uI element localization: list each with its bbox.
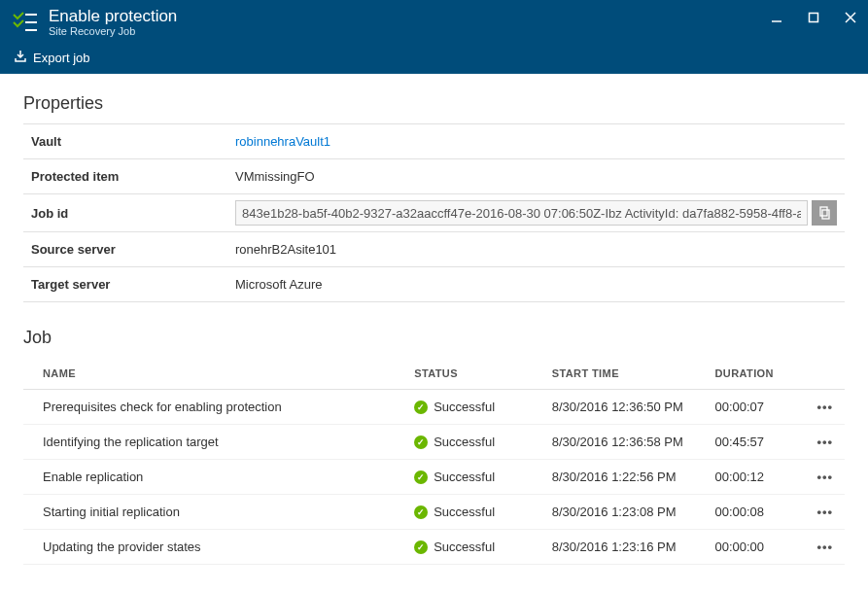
job-step-duration: 00:00:08: [707, 495, 805, 530]
property-label: Source server: [23, 234, 227, 264]
properties-table: Vault robinnehraVault1 Protected item VM…: [23, 123, 845, 302]
job-step-name: Prerequisites check for enabling protect…: [23, 390, 406, 425]
copy-job-id-button[interactable]: [812, 200, 837, 226]
table-row[interactable]: Prerequisites check for enabling protect…: [23, 390, 845, 425]
job-step-start-time: 8/30/2016 1:22:56 PM: [544, 460, 708, 495]
job-step-status: ✓Successful: [406, 495, 544, 530]
row-context-menu-button[interactable]: •••: [816, 400, 833, 414]
table-row[interactable]: Updating the provider states✓Successful8…: [23, 530, 845, 565]
status-label: Successful: [434, 400, 495, 414]
job-step-start-time: 8/30/2016 12:36:50 PM: [544, 390, 708, 425]
success-icon: ✓: [414, 540, 428, 554]
job-step-status: ✓Successful: [406, 425, 544, 460]
row-context-menu-button[interactable]: •••: [816, 540, 833, 554]
minimize-button[interactable]: [765, 6, 788, 29]
job-step-name: Identifying the replication target: [23, 425, 406, 460]
toolbar: Export job: [0, 45, 868, 74]
property-row-source-server: Source server ronehrB2Asite101: [23, 232, 845, 267]
job-step-duration: 00:45:57: [707, 425, 805, 460]
export-icon: [14, 50, 27, 66]
table-row[interactable]: Starting initial replication✓Successful8…: [23, 495, 845, 530]
row-context-menu-button[interactable]: •••: [816, 505, 833, 519]
app-icon: [8, 5, 43, 40]
row-context-menu-button[interactable]: •••: [816, 470, 833, 484]
job-step-start-time: 8/30/2016 1:23:08 PM: [544, 495, 708, 530]
property-value: VMmissingFO: [227, 163, 845, 190]
success-icon: ✓: [414, 400, 428, 414]
svg-rect-4: [810, 14, 818, 22]
property-label: Job id: [23, 198, 227, 228]
page-subtitle: Site Recovery Job: [49, 25, 177, 38]
maximize-button[interactable]: [802, 6, 825, 29]
properties-section-title: Properties: [23, 93, 845, 114]
status-label: Successful: [434, 505, 495, 519]
job-step-duration: 00:00:12: [707, 460, 805, 495]
col-header-start-time: START TIME: [544, 358, 708, 390]
status-label: Successful: [434, 470, 495, 484]
job-step-duration: 00:00:07: [707, 390, 805, 425]
window-controls: [765, 6, 862, 29]
table-row[interactable]: Identifying the replication target✓Succe…: [23, 425, 845, 460]
job-id-input[interactable]: [235, 200, 808, 226]
svg-rect-8: [822, 210, 829, 219]
col-header-duration: DURATION: [707, 358, 805, 390]
export-job-label: Export job: [33, 51, 90, 65]
property-row-job-id: Job id: [23, 194, 845, 232]
property-value: Microsoft Azure: [227, 271, 845, 297]
property-label: Protected item: [23, 161, 227, 192]
job-step-status: ✓Successful: [406, 530, 544, 565]
success-icon: ✓: [414, 470, 428, 484]
job-step-duration: 00:00:00: [707, 530, 805, 565]
property-row-target-server: Target server Microsoft Azure: [23, 267, 845, 302]
vault-link[interactable]: robinnehraVault1: [235, 134, 330, 149]
export-job-button[interactable]: Export job: [8, 46, 96, 70]
success-icon: ✓: [414, 505, 428, 519]
status-label: Successful: [434, 540, 495, 554]
close-button[interactable]: [839, 6, 862, 29]
title-bar: Enable protection Site Recovery Job: [0, 0, 868, 45]
property-row-vault: Vault robinnehraVault1: [23, 124, 845, 159]
svg-rect-7: [820, 207, 827, 216]
job-section-title: Job: [23, 328, 845, 348]
status-label: Successful: [434, 435, 495, 449]
col-header-name: NAME: [23, 358, 406, 390]
job-table: NAME STATUS START TIME DURATION Prerequi…: [23, 358, 845, 565]
property-label: Target server: [23, 269, 227, 299]
job-step-start-time: 8/30/2016 12:36:58 PM: [544, 425, 708, 460]
property-label: Vault: [23, 126, 227, 157]
job-step-name: Enable replication: [23, 460, 406, 495]
job-step-status: ✓Successful: [406, 390, 544, 425]
success-icon: ✓: [414, 435, 428, 449]
row-context-menu-button[interactable]: •••: [816, 435, 833, 449]
job-step-name: Starting initial replication: [23, 495, 406, 530]
job-step-status: ✓Successful: [406, 460, 544, 495]
property-row-protected-item: Protected item VMmissingFO: [23, 159, 845, 194]
property-value: ronehrB2Asite101: [227, 236, 845, 262]
job-step-name: Updating the provider states: [23, 530, 406, 565]
col-header-status: STATUS: [406, 358, 544, 390]
table-row[interactable]: Enable replication✓Successful8/30/2016 1…: [23, 460, 845, 495]
job-step-start-time: 8/30/2016 1:23:16 PM: [544, 530, 708, 565]
page-title: Enable protection: [49, 7, 177, 26]
